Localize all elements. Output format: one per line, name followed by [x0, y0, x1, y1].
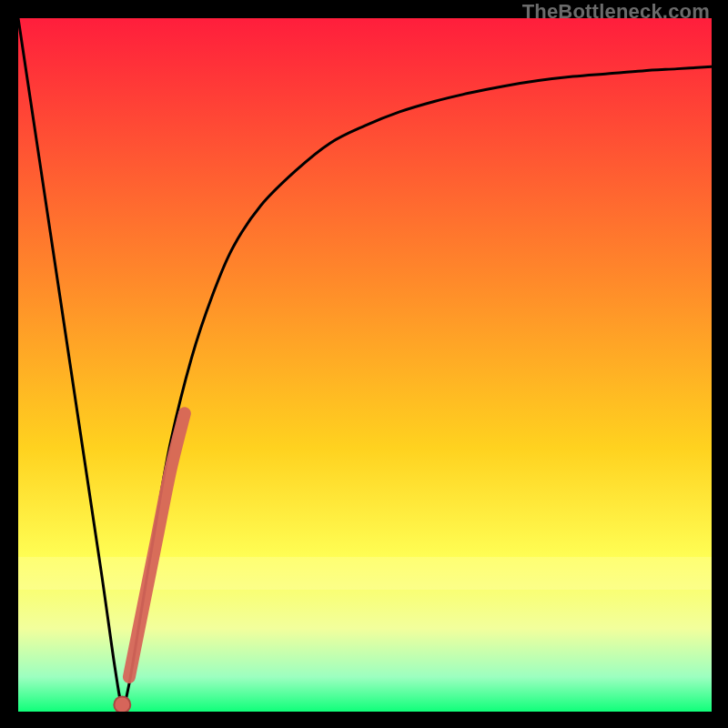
optimal-point-marker: [114, 696, 130, 712]
highlight-band: [18, 557, 712, 590]
chart-svg: [18, 18, 712, 712]
gradient-background: [18, 18, 712, 712]
chart-frame: [18, 18, 712, 712]
watermark-label: TheBottleneck.com: [522, 0, 710, 24]
